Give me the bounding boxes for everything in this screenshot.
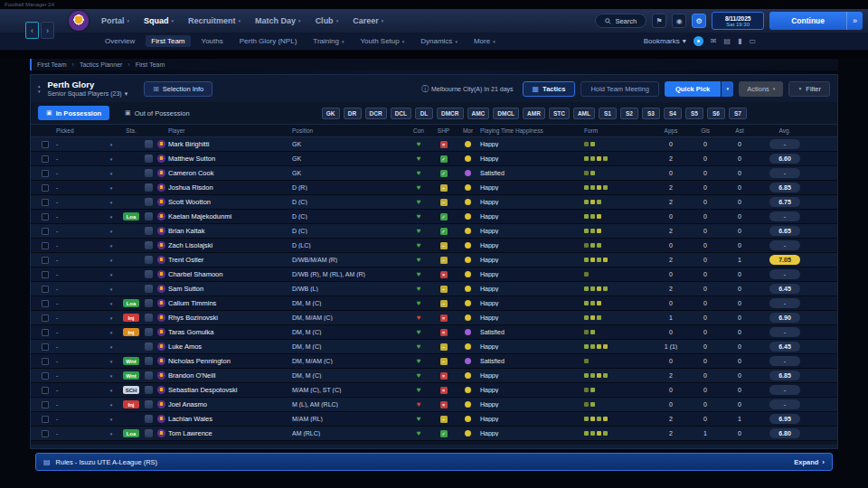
row-options chevron-down-icon[interactable]: ▾	[103, 258, 119, 263]
table-row[interactable]: -▾Mark BirighittiGK♥×Happy000-	[31, 137, 837, 152]
position-filter-s3[interactable]: S3	[642, 108, 660, 119]
player-info-icon[interactable]	[143, 371, 155, 380]
row-options chevron-down-icon[interactable]: ▾	[103, 142, 119, 147]
table-row[interactable]: -▾InjRhys BozinovskiDM, M/AM (C)♥×Happy1…	[31, 311, 837, 325]
player-info-icon[interactable]	[143, 198, 155, 206]
position-filter-dcr[interactable]: DCR	[365, 108, 387, 119]
col-shp[interactable]: SHP	[431, 127, 456, 134]
position-filter-amr[interactable]: AMR	[523, 108, 545, 119]
table-row[interactable]: -▾Luke AmosDM, M (C)♥−Happy1 (1)006.45	[31, 340, 837, 354]
position-filter-aml[interactable]: AML	[573, 108, 595, 119]
tab-in-possession[interactable]: ▣ In Possession	[38, 106, 109, 120]
row-options chevron-down-icon[interactable]: ▾	[103, 431, 119, 436]
row-checkbox[interactable]	[42, 416, 49, 423]
row-options chevron-down-icon[interactable]: ▾	[103, 243, 119, 249]
player-name[interactable]: Sebastian Despotovski	[168, 386, 292, 394]
collapse-toggle[interactable]: ▴ ▾	[38, 84, 41, 94]
position-filter-dr[interactable]: DR	[344, 108, 362, 119]
row-options chevron-down-icon[interactable]: ▾	[103, 229, 119, 234]
row-checkbox[interactable]	[42, 199, 49, 206]
table-row[interactable]: -▾Charbel ShamoonD/WB (R), M (RL), AM (R…	[31, 267, 837, 282]
row-options chevron-down-icon[interactable]: ▾	[103, 200, 119, 205]
player-name[interactable]: Tom Lawrence	[168, 429, 292, 437]
player-info-icon[interactable]	[143, 299, 155, 307]
table-row[interactable]: -▾SCHSebastian DespotovskiM/AM (C), ST (…	[31, 383, 837, 398]
nav-menu-career[interactable]: Career▾	[353, 16, 383, 25]
tab-out-of-possession[interactable]: ▣ Out of Possession	[117, 106, 198, 120]
col-player[interactable]: Player	[168, 127, 292, 134]
squad-selector-dropdown[interactable]: Senior Squad Players (23) ▾	[48, 90, 128, 98]
row-checkbox[interactable]	[42, 300, 49, 307]
player-info-icon[interactable]	[143, 343, 155, 351]
row-checkbox[interactable]	[42, 170, 49, 177]
subnav-item-youths[interactable]: Youths	[196, 35, 229, 47]
col-mor[interactable]: Mor	[456, 127, 480, 134]
table-row[interactable]: -▾Matthew SuttonGK♥✓Happy2006.60	[31, 152, 837, 166]
suggestions-icon[interactable]: ◉	[672, 14, 686, 28]
player-name[interactable]: Joshua Risdon	[168, 183, 292, 192]
continue-button[interactable]: Continue »	[769, 12, 863, 30]
col-playing-time-happiness[interactable]: Playing Time Happiness	[480, 127, 584, 134]
col-gls[interactable]: Gls	[688, 127, 722, 134]
player-name[interactable]: Sam Sutton	[168, 285, 292, 293]
col-avg[interactable]: Avg.	[765, 127, 805, 134]
player-name[interactable]: Matthew Sutton	[168, 155, 292, 163]
table-row[interactable]: -▾Scott WoottonD (C)♥−Happy2006.75	[31, 195, 837, 210]
row-options chevron-down-icon[interactable]: ▾	[103, 359, 119, 364]
club-crest-logo[interactable]	[69, 11, 89, 31]
row-checkbox[interactable]	[42, 213, 49, 221]
nav-menu-recruitment[interactable]: Recruitment▾	[188, 16, 241, 25]
row-checkbox[interactable]	[42, 271, 49, 278]
row-checkbox[interactable]	[42, 228, 49, 235]
player-name[interactable]: Zach Lisolajski	[168, 241, 292, 249]
player-info-icon[interactable]	[143, 270, 155, 278]
table-row[interactable]: -▾LoaCallum TimminsDM, M (C)♥−Happy000-	[31, 296, 837, 311]
row-options chevron-down-icon[interactable]: ▾	[103, 185, 119, 191]
position-filter-dcl[interactable]: DCL	[391, 108, 411, 119]
table-row[interactable]: -▾Sam SuttonD/WB (L)♥−Happy2006.45	[31, 282, 837, 296]
game-date-widget[interactable]: 8/11/2025 Sat 19:30	[712, 12, 764, 30]
row-options chevron-down-icon[interactable]: ▾	[103, 286, 119, 292]
player-name[interactable]: Scott Wootton	[168, 198, 292, 206]
position-filter-s4[interactable]: S4	[664, 108, 682, 119]
settings-gear-icon[interactable]: ⚙	[692, 14, 706, 28]
row-options chevron-down-icon[interactable]: ▾	[103, 388, 119, 393]
expand-button[interactable]: Expand ›	[794, 458, 825, 466]
row-checkbox[interactable]	[42, 329, 49, 336]
position-filter-gk[interactable]: GK	[322, 108, 340, 119]
position-filter-dmcr[interactable]: DMCR	[437, 108, 464, 119]
player-info-icon[interactable]	[143, 227, 155, 235]
table-row[interactable]: -▾Trent OstlerD/WB/M/AM (R)♥−Happy2017.0…	[31, 253, 837, 267]
forward-button[interactable]: ›	[41, 22, 54, 39]
player-name[interactable]: Brian Kaltak	[168, 227, 292, 235]
subnav-item-youth-setup[interactable]: Youth Setup▾	[354, 35, 410, 47]
row-options chevron-down-icon[interactable]: ▾	[103, 315, 119, 321]
mail-icon[interactable]: ✉	[711, 37, 717, 45]
row-checkbox[interactable]	[42, 257, 49, 264]
bookmarks-dropdown[interactable]: Bookmarks ▾	[644, 37, 686, 45]
table-row[interactable]: -▾LoaKaelan MajekodunmiD (C)♥✓Happy000-	[31, 210, 837, 224]
selection-info-button[interactable]: ⊞ Selection Info	[144, 81, 212, 97]
row-options chevron-down-icon[interactable]: ▾	[103, 402, 119, 408]
col-picked[interactable]: Picked	[52, 127, 103, 134]
player-info-icon[interactable]	[143, 314, 155, 322]
hold-team-meeting-button[interactable]: Hold Team Meeting	[580, 81, 658, 97]
row-checkbox[interactable]	[42, 401, 49, 408]
player-info-icon[interactable]	[143, 256, 155, 264]
subnav-item-more[interactable]: More▾	[468, 35, 501, 47]
position-filter-s2[interactable]: S2	[620, 108, 638, 119]
row-options chevron-down-icon[interactable]: ▾	[103, 272, 119, 277]
player-info-icon[interactable]	[143, 328, 155, 336]
player-info-icon[interactable]	[143, 357, 155, 365]
subnav-item-training[interactable]: Training▾	[307, 35, 349, 47]
row-options chevron-down-icon[interactable]: ▾	[103, 330, 119, 335]
player-name[interactable]: Luke Amos	[168, 343, 292, 351]
stats-icon[interactable]: ▮	[738, 37, 741, 45]
table-row[interactable]: -▾Zach LisolajskiD (LC)♥−Happy000-	[31, 239, 837, 253]
row-options chevron-down-icon[interactable]: ▾	[103, 301, 119, 306]
row-options chevron-down-icon[interactable]: ▾	[103, 417, 119, 422]
search-input[interactable]: Search	[595, 14, 646, 28]
player-info-icon[interactable]	[143, 285, 155, 293]
player-name[interactable]: Taras Gomulka	[168, 328, 292, 336]
player-name[interactable]: Kaelan Majekodunmi	[168, 212, 292, 221]
